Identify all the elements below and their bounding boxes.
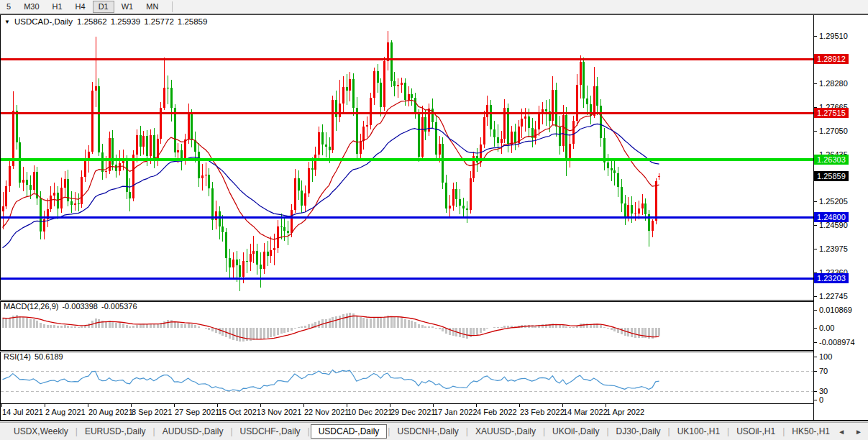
date-tick-label: 10 Dec 2021 [347, 408, 392, 416]
macd-tick-label: 0.010869 [819, 306, 852, 314]
rsi-indicator-label: RSI(14) [4, 352, 31, 361]
chart-symbol-period: USDCAD-,Daily [14, 17, 73, 26]
date-tick-label: 14 Mar 2022 [563, 408, 608, 416]
price-badge: 1.24800 [814, 212, 849, 222]
axis-tick-mark [813, 371, 817, 372]
axis-tick-mark [813, 249, 817, 249]
date-axis: 14 Jul 20212 Aug 202120 Aug 20218 Sep 20… [0, 404, 813, 421]
price-badge: 1.25859 [814, 171, 849, 181]
price-tick-label: 1.23975 [819, 244, 848, 253]
price-tick-label: 1.22745 [819, 292, 848, 301]
bar-low-value: 1.25772 [144, 17, 174, 26]
date-tick-label: 23 Feb 2022 [520, 408, 565, 416]
macd-tick-label: 0.00 [819, 324, 834, 332]
axis-tick-mark [813, 201, 817, 202]
price-badge: 1.26303 [814, 155, 849, 165]
axis-tick-mark [813, 342, 817, 343]
macd-tick-label: -0.008974 [819, 338, 855, 347]
date-tick-label: 20 Aug 2021 [88, 408, 133, 416]
rsi-tick-label: 100 [819, 352, 832, 361]
price-tick-label: 1.29510 [819, 32, 848, 40]
date-tick-label: 22 Nov 2021 [304, 408, 349, 416]
macd-indicator-label: MACD(12,26,9) [4, 302, 58, 311]
trading-terminal-window: 5M30H1H4D1W1MN ▼ USDCAD-,Daily 1.25862 1… [0, 0, 868, 440]
axis-tick-mark [813, 36, 817, 37]
axis-tick-mark [813, 310, 817, 311]
axis-tick-mark [813, 357, 817, 357]
date-tick-label: 29 Dec 2021 [390, 408, 435, 416]
macd-label-row: MACD(12,26,9) -0.003398 -0.005376 [4, 302, 137, 311]
axis-tick-mark [813, 296, 817, 297]
date-tick-label: 17 Jan 2022 [434, 408, 478, 416]
rsi-tick-label: 70 [819, 367, 828, 375]
chart-canvas[interactable] [0, 0, 868, 440]
bar-close-value: 1.25859 [178, 17, 208, 26]
date-tick-label: 8 Sep 2021 [132, 408, 172, 416]
rsi-value: 50.6189 [35, 352, 63, 361]
price-badge: 1.23203 [814, 273, 849, 283]
bar-high-value: 1.25939 [111, 17, 141, 26]
axis-tick-mark [813, 131, 817, 132]
price-tick-label: 1.28280 [819, 79, 848, 88]
axis-tick-mark [813, 400, 817, 400]
date-tick-label: 2 Aug 2021 [45, 408, 86, 416]
chart-title-overlay: ▼ USDCAD-,Daily 1.25862 1.25939 1.25772 … [4, 17, 207, 26]
date-tick-label: 3 Nov 2021 [261, 408, 301, 416]
axis-tick-mark [813, 391, 817, 392]
price-badge: 1.28912 [814, 54, 849, 64]
price-axis: 1.295101.282801.276651.270501.264351.252… [813, 14, 868, 421]
date-tick-label: 14 Jul 2021 [2, 408, 43, 416]
bar-open-value: 1.25862 [77, 17, 107, 26]
price-tick-label: 1.25205 [819, 197, 848, 206]
macd-signal-value: -0.005376 [101, 302, 137, 311]
date-tick-label: 4 Feb 2022 [477, 408, 517, 416]
date-tick-label: 27 Sep 2021 [175, 408, 219, 416]
date-tick-label: 15 Oct 2021 [218, 408, 261, 416]
price-tick-label: 1.24590 [819, 221, 848, 229]
axis-tick-mark [813, 225, 817, 226]
quick-trade-dropdown-icon[interactable]: ▼ [4, 19, 10, 25]
rsi-tick-label: 30 [819, 387, 828, 395]
axis-tick-mark [813, 328, 817, 329]
date-tick-label: 1 Apr 2022 [606, 408, 644, 416]
rsi-tick-label: 0 [819, 395, 823, 404]
rsi-label-row: RSI(14) 50.6189 [4, 352, 63, 361]
price-badge: 1.27515 [814, 108, 849, 118]
axis-tick-mark [813, 83, 817, 84]
macd-main-value: -0.003398 [62, 302, 98, 311]
price-tick-label: 1.27050 [819, 127, 848, 135]
